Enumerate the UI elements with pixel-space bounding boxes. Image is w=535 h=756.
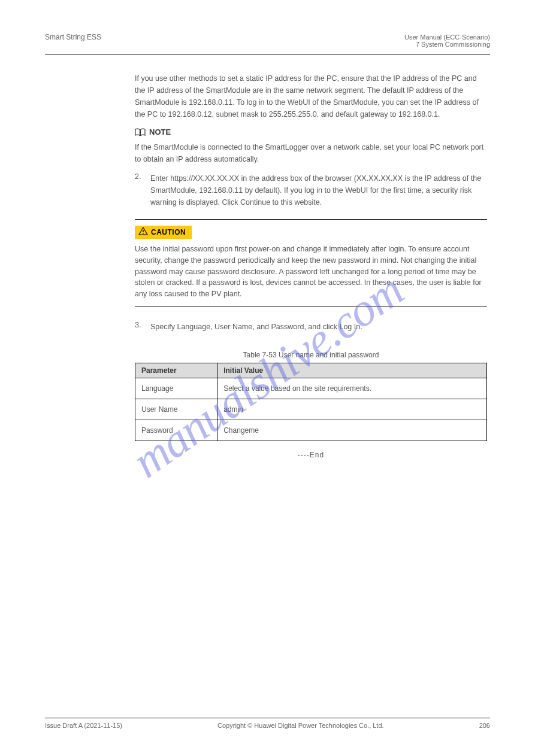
note-text: If the SmartModule is connected to the S… — [135, 141, 487, 165]
cell-value: Select a value based on the site require… — [217, 378, 487, 399]
footer-left: Issue Draft A (2021-11-15) — [45, 722, 122, 729]
step-2-text: Enter https://XX.XX.XX.XX in the address… — [150, 172, 487, 208]
caution-badge: CAUTION — [135, 226, 192, 239]
caution-label: CAUTION — [151, 228, 186, 236]
content-area: If you use other methods to set a static… — [45, 72, 490, 461]
cell-value: admin — [217, 399, 487, 420]
credentials-table: Parameter Initial Value Language Select … — [135, 363, 487, 441]
table-header-row: Parameter Initial Value — [135, 363, 487, 378]
header-right-sub: 7 System Commissioning — [404, 41, 490, 48]
caution-callout: CAUTION Use the initial password upon fi… — [135, 219, 487, 306]
cell-parameter: User Name — [135, 399, 217, 420]
step-number: 2. — [135, 172, 146, 208]
step-3-text: Specify Language, User Name, and Passwor… — [150, 321, 487, 333]
book-icon — [135, 128, 146, 136]
page-header: Smart String ESS User Manual (ECC-Scenar… — [45, 33, 490, 48]
header-left: Smart String ESS — [45, 33, 404, 41]
step-number: 3. — [135, 321, 146, 333]
section-end: ----End — [135, 450, 487, 461]
table-header-initial-value: Initial Value — [217, 363, 487, 378]
table-row: User Name admin — [135, 399, 487, 420]
table-caption: Table 7-53 User name and initial passwor… — [135, 351, 487, 359]
caution-text: Use the initial password upon first powe… — [135, 244, 487, 300]
warning-triangle-icon — [138, 227, 148, 238]
header-right-title: User Manual (ECC-Scenario) — [404, 34, 490, 41]
intro-paragraph: If you use other methods to set a static… — [135, 72, 487, 120]
table-header-parameter: Parameter — [135, 363, 217, 378]
cell-parameter: Language — [135, 378, 217, 399]
table-row: Language Select a value based on the sit… — [135, 378, 487, 399]
footer-rule — [45, 718, 490, 718]
step-2: 2. Enter https://XX.XX.XX.XX in the addr… — [135, 172, 487, 208]
header-rule — [45, 54, 490, 54]
cell-value: Changeme — [217, 420, 487, 441]
step-3: 3. Specify Language, User Name, and Pass… — [135, 321, 487, 333]
table-row: Password Changeme — [135, 420, 487, 441]
page-footer: Issue Draft A (2021-11-15) Copyright © H… — [45, 718, 490, 729]
footer-right: 206 — [479, 722, 490, 729]
note-label: NOTE — [149, 127, 171, 136]
cell-parameter: Password — [135, 420, 217, 441]
svg-point-2 — [143, 233, 144, 234]
note-callout: NOTE — [135, 127, 487, 136]
footer-center: Copyright © Huawei Digital Power Technol… — [217, 722, 384, 729]
header-right: User Manual (ECC-Scenario) 7 System Comm… — [404, 34, 490, 48]
